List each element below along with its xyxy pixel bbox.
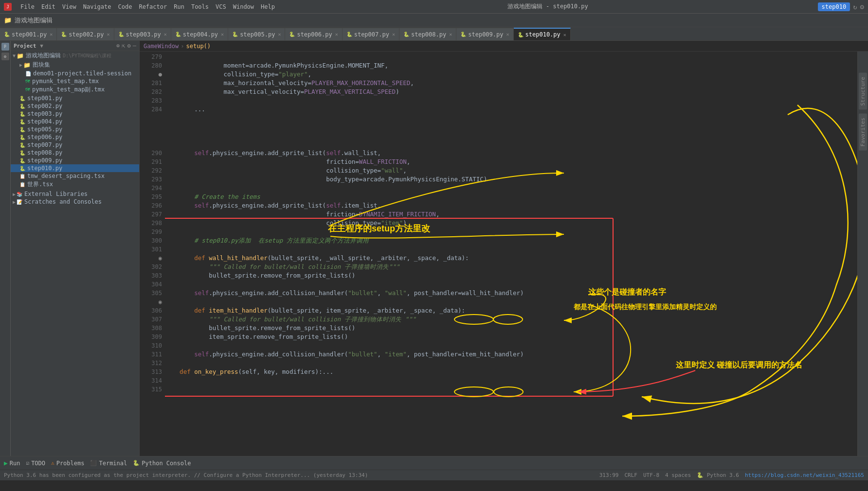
step009-name: step009.py [27, 157, 62, 164]
tree-pymunk-tmx2[interactable]: 🗺 pymunk_test_map副.tmx [11, 85, 139, 94]
tree-scratches[interactable]: ▶ 📝 Scratches and Consoles [11, 198, 139, 206]
tmx2-icon: 🗺 [25, 87, 30, 92]
blog-link[interactable]: https://blog.csdn.net/weixin_43521165 [745, 472, 864, 478]
todo-label: TODO [31, 460, 45, 467]
tree-step001[interactable]: 🐍 step001.py [11, 94, 139, 102]
code-content[interactable]: moment=arcade.PymunkPhysicsEngine.MOMENT… [165, 52, 857, 456]
tree-step002[interactable]: 🐍 step002.py [11, 102, 139, 110]
ext-libs-label: External Libraries [24, 191, 88, 197]
panel-close-icon[interactable]: — [133, 42, 136, 49]
py-icon: 🐍 [61, 32, 67, 37]
settings-icon[interactable]: ⚙ [860, 3, 864, 11]
todo-button[interactable]: ☑ TODO [26, 460, 46, 467]
py-icon: 🐍 [346, 32, 352, 37]
favorites-tab[interactable]: Favorites [859, 114, 867, 151]
menu-run[interactable]: Run [171, 2, 187, 11]
tree-external-libs[interactable]: ▶ 📚 External Libraries [11, 190, 139, 198]
tab-step001[interactable]: 🐍 step001.py ✕ [0, 28, 57, 40]
scratches-icon: 📝 [17, 199, 22, 205]
tiles-folder-icon: 📁 [23, 62, 31, 69]
tiles-folder-label: 图块集 [33, 61, 50, 69]
project-panel-dropdown-icon[interactable]: ▼ [40, 43, 43, 49]
breadcrumb: GameWindow › setup() [140, 41, 868, 52]
run-button[interactable]: ▶ Run [4, 459, 20, 467]
sidebar-project-icon[interactable]: P [1, 43, 9, 51]
tree-root[interactable]: ▼ 📁 游戏地图编辑 D:\PYTHON编程\课程 [11, 51, 139, 60]
tree-pymunk-tmx[interactable]: 🗺 pymunk_test_map.tmx [11, 77, 139, 85]
tab-step005[interactable]: 🐍 step005.py ✕ [228, 28, 285, 40]
tree-step004[interactable]: 🐍 step004.py [11, 118, 139, 125]
tab-step008[interactable]: 🐍 step008.py ✕ [399, 28, 456, 40]
project-tree: ▼ 📁 游戏地图编辑 D:\PYTHON编程\课程 ▶ 📁 图块集 📄 demo… [11, 51, 139, 456]
tmw-tsx-icon: 📋 [19, 174, 25, 179]
tab-step007[interactable]: 🐍 step007.py ✕ [343, 28, 399, 40]
tree-step005[interactable]: 🐍 step005.py [11, 125, 139, 133]
tree-step010[interactable]: 🐍 step010.py [11, 164, 139, 172]
step003-name: step003.py [27, 110, 62, 117]
tree-step008[interactable]: 🐍 step008.py [11, 149, 139, 157]
tab-step006[interactable]: 🐍 step006.py ✕ [285, 28, 342, 40]
menu-window[interactable]: Window [230, 2, 257, 11]
problems-button[interactable]: ⚠ Problems [51, 460, 84, 467]
tree-step003[interactable]: 🐍 step003.py [11, 110, 139, 118]
python-console-label: Python Console [142, 460, 191, 467]
menu-navigate[interactable]: Navigate [80, 2, 114, 11]
pymunk-tmx-name: pymunk_test_map.tmx [32, 78, 99, 85]
menu-view[interactable]: View [59, 2, 79, 11]
run-icon: ▶ [4, 459, 8, 467]
run-config-indicator[interactable]: step010 [818, 2, 850, 11]
window-title: 游戏地图编辑 - step010.py [284, 2, 812, 11]
menu-vcs[interactable]: VCS [213, 2, 229, 11]
breadcrumb-gamewindow[interactable]: GameWindow [144, 43, 179, 50]
tree-tmw[interactable]: 📋 tmw_desert_spacing.tsx [11, 172, 139, 180]
status-left: Python 3.6 has been configured as the pr… [4, 472, 368, 478]
demo01-icon: 📄 [25, 71, 31, 76]
tmx-icon: 🗺 [25, 79, 30, 84]
sidebar-icon-2[interactable]: ⚙ [1, 53, 9, 60]
todo-icon: ☑ [26, 460, 30, 466]
refresh-icon[interactable]: ↻ [853, 3, 857, 11]
menu-refactor[interactable]: Refactor [136, 2, 170, 11]
step007-name: step007.py [27, 141, 62, 148]
tree-demo01[interactable]: 📄 demo01-project.tiled-session [11, 70, 139, 77]
project-panel-title: Project [14, 43, 36, 49]
tree-step006[interactable]: 🐍 step006.py [11, 133, 139, 141]
panel-gear-icon[interactable]: ⚙ [127, 42, 131, 49]
py-icon: 🐍 [175, 32, 181, 37]
tab-step010[interactable]: 🐍 step010.py ✕ [514, 28, 571, 40]
tmw-name: tmw_desert_spacing.tsx [27, 173, 105, 179]
menu-tools[interactable]: Tools [188, 2, 212, 11]
menu-help[interactable]: Help [258, 2, 278, 11]
breadcrumb-setup[interactable]: setup() [186, 43, 211, 50]
tab-step009[interactable]: 🐍 step009.py ✕ [456, 28, 513, 40]
step005-name: step005.py [27, 126, 62, 133]
py-icon: 🐍 [403, 32, 409, 37]
terminal-button[interactable]: ⬛ Terminal [90, 460, 127, 467]
tab-step002[interactable]: 🐍 step002.py ✕ [57, 28, 114, 40]
sidebar-strip: P ⚙ [0, 41, 11, 456]
panel-locate-icon[interactable]: ⊕ [116, 42, 120, 49]
step010-name: step010.py [27, 165, 62, 172]
editor-area[interactable]: 279 280 ● 281 282 283 284 290 291 292 29… [140, 52, 868, 456]
menu-file[interactable]: File [18, 2, 37, 11]
tree-folder-tiles[interactable]: ▶ 📁 图块集 [11, 60, 139, 70]
tab-step004[interactable]: 🐍 step004.py ✕ [171, 28, 228, 40]
python-console-icon: 🐍 [133, 460, 140, 466]
tree-step009[interactable]: 🐍 step009.py [11, 157, 139, 164]
tree-world[interactable]: 📋 世界.tsx [11, 180, 139, 189]
step002-name: step002.py [27, 103, 62, 109]
structure-tab[interactable]: Structure [859, 73, 867, 110]
py-icon: 🐍 [4, 32, 10, 37]
panel-expand-icon[interactable]: ⇱ [122, 42, 125, 49]
menu-bar: File Edit View Navigate Code Refactor Ru… [18, 2, 278, 11]
tab-step003[interactable]: 🐍 step003.py ✕ [114, 28, 171, 40]
problems-label: Problems [56, 460, 85, 467]
step002-py-icon: 🐍 [19, 104, 25, 109]
menu-edit[interactable]: Edit [38, 2, 58, 11]
py-icon: 🐍 [518, 32, 524, 37]
python-console-button[interactable]: 🐍 Python Console [133, 460, 191, 467]
root-name: 游戏地图编辑 [26, 52, 61, 60]
step008-py-icon: 🐍 [19, 150, 25, 156]
tree-step007[interactable]: 🐍 step007.py [11, 141, 139, 149]
menu-code[interactable]: Code [115, 2, 135, 11]
